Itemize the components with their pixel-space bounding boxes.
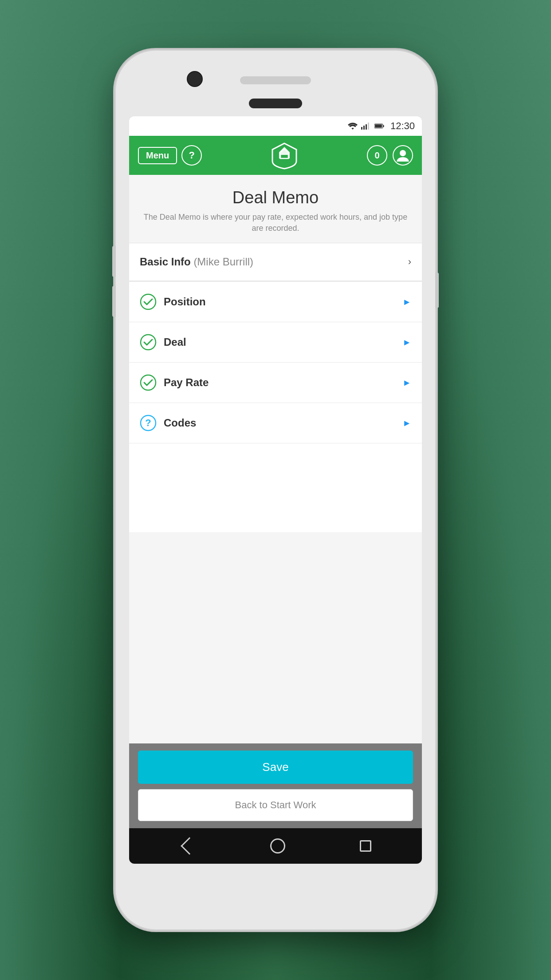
volume-down-button bbox=[112, 286, 116, 317]
notification-badge[interactable]: 0 bbox=[367, 145, 387, 166]
deal-row-left: Deal bbox=[140, 334, 186, 351]
svg-rect-6 bbox=[383, 125, 384, 127]
user-avatar-button[interactable] bbox=[393, 145, 413, 166]
pay-rate-arrow-icon: ► bbox=[402, 378, 411, 388]
earpiece bbox=[249, 99, 302, 108]
codes-label: Codes bbox=[164, 417, 196, 429]
deal-row[interactable]: Deal ► bbox=[129, 322, 422, 363]
header-left: Menu ? bbox=[138, 145, 202, 166]
position-row-left: Position bbox=[140, 293, 206, 310]
phone-frame: 12:30 Menu ? 0 bbox=[116, 51, 435, 929]
position-label: Position bbox=[164, 296, 206, 308]
svg-rect-1 bbox=[363, 126, 365, 130]
deal-check-icon bbox=[140, 334, 157, 351]
svg-rect-0 bbox=[361, 127, 362, 130]
page-subtitle: The Deal Memo is where your pay rate, ex… bbox=[138, 212, 413, 234]
menu-button[interactable]: Menu bbox=[138, 147, 177, 164]
page-title: Deal Memo bbox=[138, 188, 413, 207]
basic-info-name: (Mike Burrill) bbox=[193, 256, 253, 268]
basic-info-label: Basic Info (Mike Burrill) bbox=[140, 256, 253, 268]
svg-rect-3 bbox=[368, 122, 369, 130]
action-bar: Save Back to Start Work bbox=[129, 743, 422, 828]
phone-screen: 12:30 Menu ? 0 bbox=[129, 116, 422, 864]
android-home-button[interactable] bbox=[270, 838, 285, 854]
deal-arrow-icon: ► bbox=[402, 337, 411, 348]
position-row[interactable]: Position ► bbox=[129, 282, 422, 322]
basic-info-row[interactable]: Basic Info (Mike Burrill) › bbox=[129, 243, 422, 281]
power-button bbox=[435, 273, 439, 308]
wifi-icon bbox=[348, 122, 358, 130]
codes-question-icon: ? bbox=[140, 415, 157, 431]
svg-point-8 bbox=[141, 294, 156, 309]
header-right: 0 bbox=[367, 145, 413, 166]
svg-rect-5 bbox=[375, 124, 382, 127]
pay-rate-row-left: Pay Rate bbox=[140, 374, 209, 391]
codes-arrow-icon: ► bbox=[402, 418, 411, 428]
svg-text:?: ? bbox=[145, 417, 151, 428]
svg-point-9 bbox=[141, 335, 156, 350]
android-recent-button[interactable] bbox=[360, 840, 371, 852]
chevron-right-icon: › bbox=[408, 256, 411, 268]
position-check-icon bbox=[140, 293, 157, 310]
position-arrow-icon: ► bbox=[402, 297, 411, 307]
status-bar: 12:30 bbox=[129, 116, 422, 136]
android-back-button[interactable] bbox=[181, 837, 198, 855]
section-list: Basic Info (Mike Burrill) › Position bbox=[129, 243, 422, 532]
deal-label: Deal bbox=[164, 336, 186, 348]
empty-content-area bbox=[129, 443, 422, 532]
page-header: Deal Memo The Deal Memo is where your pa… bbox=[129, 175, 422, 243]
pay-rate-row[interactable]: Pay Rate ► bbox=[129, 363, 422, 403]
codes-row-left: ? Codes bbox=[140, 415, 196, 431]
back-to-start-work-button[interactable]: Back to Start Work bbox=[138, 789, 413, 821]
codes-row[interactable]: ? Codes ► bbox=[129, 403, 422, 443]
camera bbox=[187, 71, 203, 87]
svg-point-7 bbox=[400, 150, 406, 156]
app-header: Menu ? 0 bbox=[129, 136, 422, 175]
svg-point-10 bbox=[141, 375, 156, 390]
help-button[interactable]: ? bbox=[181, 145, 202, 166]
speaker bbox=[240, 76, 311, 84]
pay-rate-check-icon bbox=[140, 374, 157, 391]
main-content: Deal Memo The Deal Memo is where your pa… bbox=[129, 175, 422, 743]
svg-rect-2 bbox=[366, 124, 367, 130]
android-nav-bar bbox=[129, 828, 422, 864]
pay-rate-label: Pay Rate bbox=[164, 376, 209, 389]
save-button[interactable]: Save bbox=[138, 751, 413, 784]
volume-up-button bbox=[112, 246, 116, 277]
signal-icon bbox=[361, 122, 371, 130]
status-time: 12:30 bbox=[390, 120, 415, 132]
battery-icon bbox=[374, 122, 384, 130]
app-logo bbox=[269, 140, 300, 171]
